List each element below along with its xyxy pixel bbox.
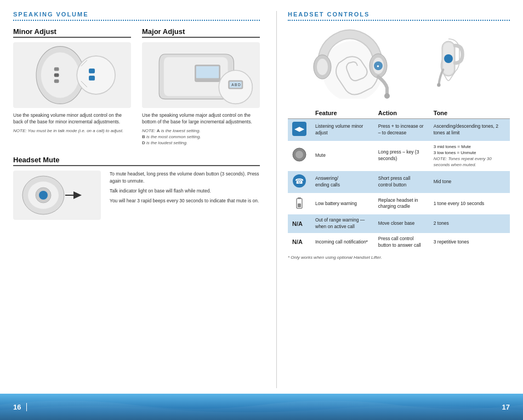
svg-point-5 [77,56,115,94]
major-adjust-image: A B D [142,42,260,108]
row-icon-cell: ☎ [288,171,311,193]
page-number-right: 17 [502,403,510,411]
note-b-text: is the most common setting. [145,134,201,139]
speaking-volume-title: SPEAKING VOLUME [13,11,260,21]
action-cell: Short press call control button [374,171,429,193]
table-row: Low battery warning Replace headset in c… [288,193,510,215]
bottom-bar: 16 17 [0,394,523,420]
svg-rect-3 [54,73,59,77]
svg-point-24 [317,59,328,75]
mute-image [13,171,101,220]
svg-point-33 [437,83,440,87]
table-row: ◀▶ Listening volume minor adjust Press +… [288,119,510,141]
major-adjust-section: Major Adjust [142,27,260,146]
svg-rect-6 [89,69,95,73]
feature-cell: Listening volume minor adjust [311,119,374,141]
main-content: SPEAKING VOLUME Minor Adjust [0,0,523,394]
table-row: N/A Out of range warning — when on activ… [288,214,510,233]
controls-table: Feature Action Tone ◀▶ L [288,107,510,252]
svg-point-19 [39,191,48,200]
minor-adjust-note: NOTE: You must be in talk mode (i.e. on … [13,128,131,134]
tone-cell: 1 tone every 10 seconds [429,193,510,215]
row-icon-cell [288,193,311,215]
minor-adjust-title: Minor Adjust [13,27,131,38]
mute-text-2: Talk indicator light on base will flash … [110,188,260,195]
svg-rect-7 [89,76,95,81]
row-icon-cell: N/A [288,233,311,252]
svg-text:A B D: A B D [231,83,241,87]
mute-text-3: You will hear 3 rapid beeps every 30 sec… [110,197,260,205]
minor-adjust-image [13,42,131,108]
tone-cell: 3 mid tones = Mute3 low tones = UnmuteNO… [429,141,510,171]
col-tone-label: Tone [429,107,510,119]
headset-image-1: ● [306,27,394,99]
major-adjust-title: Major Adjust [142,27,260,38]
table-header-row: Feature Action Tone [288,107,510,119]
minor-adjust-svg [13,42,131,108]
panel-divider [276,11,277,388]
mute-section: Headset Mute [13,156,260,220]
headset-svg-2 [427,27,470,99]
tone-cell: Ascending/descending tones, 2 tones at l… [429,119,510,141]
tone-cell: Mid tone [429,171,510,193]
note-d-text: is the loudest setting. [145,140,187,145]
mute-description: To mute headset, long press the volume d… [110,171,260,220]
col-feature [288,107,311,119]
svg-point-1 [41,53,79,98]
table-row: N/A Incoming call notification* Press ca… [288,233,510,252]
battery-icon [292,196,306,210]
mute-content: To mute headset, long press the volume d… [13,171,260,220]
svg-rect-4 [54,80,59,83]
call-icon: ☎ [292,174,306,188]
tone-cell: 3 repetitive tones [429,233,510,252]
headset-image-2 [405,27,492,99]
action-cell: Long press – key (3 seconds) [374,141,429,171]
minor-adjust-desc: Use the speaking volume minor adjust con… [13,112,131,126]
headset-controls-title: HEADSET CONTROLS [288,11,510,21]
headset-images: ● [288,27,510,99]
major-adjust-note-a: NOTE: A is the lowest setting. B is the … [142,128,260,146]
table-row: Mute Long press – key (3 seconds) 3 mid … [288,141,510,171]
wave-decoration [0,394,523,420]
action-cell: Replace headset in charging cradle [374,193,429,215]
col-action-label: Action [374,107,429,119]
left-panel: SPEAKING VOLUME Minor Adjust [13,11,271,388]
table-row: ☎ Answering/ending calls Short press cal… [288,171,510,193]
adjust-row: Minor Adjust [13,27,260,146]
svg-marker-20 [73,191,82,199]
major-adjust-desc: Use the speaking volume major adjust con… [142,112,260,126]
action-cell: Press call control button to answer call [374,233,429,252]
feature-cell: Low battery warning [311,193,374,215]
table-footnote: * Only works when using optional Handset… [288,255,510,260]
mute-icon [292,147,306,162]
na-label-1: N/A [292,220,303,227]
feature-cell: Out of range warning — when on active ca… [311,214,374,233]
svg-rect-42 [298,203,301,207]
headset-svg-1: ● [306,27,394,99]
tone-cell: 2 tones [429,214,510,233]
action-cell: Press + to increase or – to decrease [374,119,429,141]
row-icon-cell [288,141,311,171]
note-label: NOTE: [142,128,157,133]
svg-text:●: ● [377,64,379,69]
svg-text:◀▶: ◀▶ [294,125,305,133]
note-a-text: is the lowest setting. [160,128,200,133]
feature-cell: Mute [311,141,374,171]
col-feature-label: Feature [311,107,374,119]
row-icon-cell: N/A [288,214,311,233]
row-icon-cell: ◀▶ [288,119,311,141]
na-label-2: N/A [292,239,303,245]
svg-rect-2 [54,67,59,71]
page: SPEAKING VOLUME Minor Adjust [0,0,523,420]
svg-point-37 [295,151,303,158]
svg-text:☎: ☎ [295,177,304,185]
right-panel: HEADSET CONTROLS [282,11,510,388]
mute-svg [13,171,101,220]
mute-title: Headset Mute [13,156,260,166]
svg-point-27 [384,93,390,99]
svg-point-32 [444,54,453,63]
mute-text-1: To mute headset, long press the volume d… [110,171,260,185]
svg-rect-11 [196,66,219,78]
svg-rect-41 [298,197,301,199]
major-adjust-svg: A B D [142,42,260,108]
